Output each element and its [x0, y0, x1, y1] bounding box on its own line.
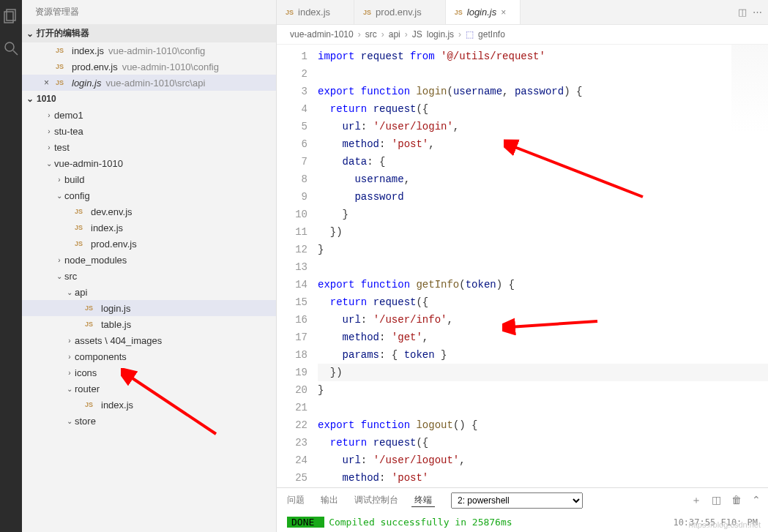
folder-item[interactable]: ›components — [22, 348, 276, 364]
code-line[interactable]: export function getInfo(token) { — [318, 276, 768, 293]
code-line[interactable]: return request({ — [318, 293, 768, 311]
js-icon: JS — [56, 47, 67, 54]
watermark: https://blog.csdn.net — [689, 520, 761, 529]
code-line[interactable]: } — [318, 206, 768, 223]
js-icon: JS — [56, 63, 67, 70]
code-line[interactable]: url: '/user/login', — [318, 118, 768, 135]
chevron-right-icon: › — [44, 111, 54, 119]
code-line[interactable]: } — [318, 241, 768, 258]
breadcrumb-seg[interactable]: api — [389, 29, 400, 40]
more-icon[interactable]: ⋯ — [753, 7, 762, 18]
file-item[interactable]: JSindex.js — [22, 220, 276, 236]
item-label: prod.env.js — [91, 239, 137, 250]
folder-item[interactable]: ⌄router — [22, 381, 276, 397]
breadcrumbs[interactable]: vue-admin-1010 › src › api › JS login.js… — [277, 25, 768, 45]
item-label: stu-tea — [54, 126, 83, 137]
code-line[interactable]: method: 'post', — [318, 135, 768, 153]
files-icon[interactable] — [2, 7, 20, 25]
close-icon[interactable]: × — [501, 7, 511, 18]
code-line[interactable]: username, — [318, 171, 768, 188]
js-icon: JS — [75, 208, 86, 215]
breadcrumb-seg[interactable]: src — [365, 29, 377, 40]
item-label: build — [64, 174, 84, 185]
code-line[interactable]: password — [318, 188, 768, 206]
panel-tab-output[interactable]: 输出 — [318, 494, 341, 506]
open-editors-header[interactable]: ⌄ 打开的编辑器 — [22, 24, 276, 42]
chevron-down-icon: ⌄ — [54, 272, 64, 280]
open-editor-item[interactable]: JSprod.env.jsvue-admin-1010\config — [22, 59, 276, 75]
code-line[interactable]: import request from '@/utils/request' — [318, 48, 768, 65]
item-label: icons — [75, 367, 97, 378]
item-label: login.js — [101, 303, 130, 314]
code-line[interactable] — [318, 258, 768, 276]
search-icon[interactable] — [2, 40, 20, 57]
file-item[interactable]: JSprod.env.js — [22, 236, 276, 252]
open-editor-item[interactable]: JSindex.jsvue-admin-1010\config — [22, 42, 276, 59]
code-line[interactable]: url: '/user/info', — [318, 311, 768, 329]
folder-item[interactable]: ›test — [22, 139, 276, 155]
folder-item[interactable]: ›demo1 — [22, 107, 276, 123]
editor-tab[interactable]: JSlogin.js× — [446, 0, 521, 24]
folder-item[interactable]: ⌄src — [22, 268, 276, 284]
folder-item[interactable]: ›assets \ 404_images — [22, 332, 276, 348]
trash-icon[interactable]: 🗑 — [731, 494, 742, 507]
breadcrumb-seg[interactable]: vue-admin-1010 — [290, 29, 354, 40]
minimap[interactable] — [731, 45, 768, 132]
file-name: index.js — [72, 45, 104, 56]
code-line[interactable]: }) — [318, 223, 768, 241]
folder-item[interactable]: ⌄store — [22, 413, 276, 429]
code-line[interactable]: data: { — [318, 153, 768, 171]
folder-item[interactable]: ⌄config — [22, 187, 276, 203]
file-name: login.js — [72, 78, 101, 89]
tab-label: prod.env.js — [376, 7, 422, 18]
workspace-header[interactable]: ⌄ 1010 — [22, 91, 276, 107]
code-line[interactable]: method: 'post' — [318, 469, 768, 487]
folder-item[interactable]: ›node_modules — [22, 252, 276, 268]
chevron-up-icon[interactable]: ⌃ — [752, 494, 761, 507]
chevron-down-icon: ⌄ — [64, 385, 75, 393]
file-item[interactable]: JSdev.env.js — [22, 203, 276, 220]
chevron-right-icon: › — [64, 337, 75, 345]
file-item[interactable]: JStable.js — [22, 316, 276, 332]
code-body[interactable]: import request from '@/utils/request' ex… — [318, 45, 768, 487]
code-line[interactable]: return request({ — [318, 100, 768, 118]
code-line[interactable] — [318, 65, 768, 83]
js-icon: JS — [455, 9, 463, 16]
code-editor[interactable]: 1234567891011121314151617181920212223242… — [277, 45, 768, 487]
folder-item[interactable]: ⌄vue-admin-1010 — [22, 155, 276, 171]
folder-item[interactable]: ›icons — [22, 364, 276, 381]
terminal-selector[interactable]: 2: powershell — [451, 492, 583, 509]
code-line[interactable]: params: { token } — [318, 346, 768, 364]
split-terminal-icon[interactable]: ◫ — [712, 494, 721, 507]
code-line[interactable]: export function logout() { — [318, 416, 768, 434]
js-icon: JS — [85, 304, 97, 312]
item-label: test — [54, 142, 70, 153]
split-icon[interactable]: ◫ — [738, 7, 747, 18]
folder-item[interactable]: ⌄api — [22, 284, 276, 300]
code-line[interactable]: url: '/user/logout', — [318, 452, 768, 469]
breadcrumb-seg[interactable]: login.js — [427, 29, 454, 40]
open-editor-item[interactable]: ×JSlogin.jsvue-admin-1010\src\api — [22, 75, 276, 91]
code-line[interactable]: method: 'get', — [318, 329, 768, 346]
editor-tab[interactable]: JSprod.env.js — [354, 0, 446, 24]
open-editors-list: JSindex.jsvue-admin-1010\configJSprod.en… — [22, 42, 276, 91]
editor-tab[interactable]: JSindex.js — [277, 0, 354, 24]
code-line[interactable] — [318, 399, 768, 416]
close-icon[interactable]: × — [44, 78, 56, 88]
folder-item[interactable]: ›build — [22, 171, 276, 187]
code-line[interactable]: export function login(username, password… — [318, 83, 768, 100]
panel-tab-problems[interactable]: 问题 — [284, 494, 307, 506]
chevron-down-icon: ⌄ — [26, 94, 34, 104]
code-line[interactable]: return request({ — [318, 434, 768, 452]
panel-tab-debug[interactable]: 调试控制台 — [351, 494, 401, 506]
code-line[interactable]: }) — [318, 364, 768, 381]
breadcrumb-seg[interactable]: getInfo — [478, 29, 505, 40]
code-line[interactable]: } — [318, 381, 768, 399]
panel-tab-terminal[interactable]: 终端 — [411, 494, 435, 507]
file-item[interactable]: JSindex.js — [22, 397, 276, 413]
chevron-down-icon: ⌄ — [64, 288, 75, 296]
item-label: assets \ 404_images — [75, 335, 162, 346]
folder-item[interactable]: ›stu-tea — [22, 123, 276, 139]
file-item[interactable]: JSlogin.js — [22, 300, 276, 316]
new-terminal-icon[interactable]: ＋ — [691, 494, 701, 507]
